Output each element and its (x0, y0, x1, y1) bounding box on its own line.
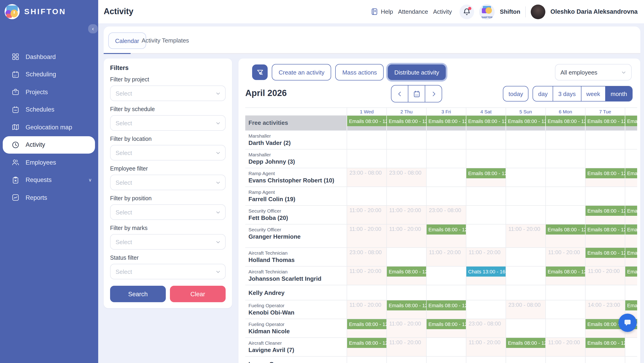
calendar-cell[interactable]: Emails 08:00 - 12:00 (347, 338, 386, 356)
calendar-cell[interactable] (426, 338, 466, 356)
calendar-cell[interactable] (386, 131, 426, 149)
filter-select-5[interactable]: Select (110, 234, 226, 250)
user-avatar[interactable] (531, 4, 545, 19)
calendar-cell[interactable] (545, 131, 585, 149)
prev-period-button[interactable] (392, 86, 408, 102)
calendar-cell[interactable]: Emails 08:00 - 12:00 (585, 206, 625, 224)
calendar-cell[interactable] (386, 150, 426, 168)
activity-chip[interactable]: Emails 08:00 - 12:00 (466, 116, 506, 126)
view-week[interactable]: week (581, 86, 605, 101)
employee-name-cell[interactable]: Aircraft TechnicianHolland Thomas (245, 248, 347, 266)
calendar-cell[interactable]: Emails 08:00 - 12:00 (386, 266, 426, 285)
calendar-cell[interactable] (625, 187, 637, 205)
calendar-cell[interactable]: Chats 13:00 - 16:00 (466, 266, 506, 285)
activity-chip[interactable]: Emails 08:00 - 12:00 (506, 338, 545, 348)
calendar-cell[interactable] (466, 224, 506, 247)
calendar-cell[interactable] (466, 150, 506, 168)
sidebar-item-reports[interactable]: Reports (0, 189, 98, 206)
filter-select-6[interactable]: Select (110, 264, 226, 279)
employee-name-cell[interactable]: Ramp AgentFarrell Colin (19) (245, 187, 347, 205)
activity-chip[interactable]: Emails 08:00 - 12:00 (625, 168, 637, 178)
sidebar-item-activity[interactable]: Activity (3, 136, 95, 154)
date-picker-button[interactable] (408, 86, 425, 102)
calendar-cell[interactable]: 11:00 - 20:00 (545, 338, 585, 356)
employee-name-cell[interactable]: Aircraft TechnicianJohansson Scarlett In… (245, 266, 347, 285)
calendar-cell[interactable] (426, 356, 466, 363)
activity-chip[interactable]: Emails 08:00 - 12:00 (625, 266, 637, 277)
activity-chip[interactable]: Emails 08:00 - 12:00 (625, 224, 637, 234)
calendar-cell[interactable]: Emails 08:00 - 12:00 (585, 224, 625, 247)
calendar-cell[interactable] (506, 187, 545, 205)
workspace-name[interactable]: Shifton (500, 8, 520, 15)
view-day[interactable]: day (533, 86, 553, 101)
calendar-cell[interactable] (506, 206, 545, 224)
calendar-cell[interactable] (426, 285, 466, 300)
employee-name-cell[interactable]: MarshallerDepp Johnny (3) (245, 150, 347, 168)
calendar-cell[interactable]: Emails 08:00 - 12:00 (585, 248, 625, 266)
employee-name-cell[interactable]: Leman Gary (245, 356, 347, 363)
calendar-cell[interactable] (545, 356, 585, 363)
calendar-cell[interactable]: Emails 08:00 - 12:00 (426, 319, 466, 337)
calendar-cell[interactable] (585, 131, 625, 149)
calendar-cell[interactable] (347, 150, 386, 168)
activity-chip[interactable]: Emails 08:00 - 12:00 (586, 168, 625, 178)
create-activity-button[interactable]: Create an activity (272, 64, 331, 81)
attendance-link[interactable]: Attendance (398, 8, 428, 15)
calendar-cell[interactable] (506, 131, 545, 149)
calendar-cell[interactable]: 11:00 - 20:00 (545, 248, 585, 266)
calendar-cell[interactable] (545, 168, 585, 187)
calendar-cell[interactable] (585, 187, 625, 205)
sidebar-item-dashboard[interactable]: Dashboard (0, 48, 98, 66)
calendar-cell[interactable]: 23:00 - 08:00 (466, 319, 506, 337)
workspace-avatar[interactable]: SHIFTON (479, 4, 495, 20)
notifications-button[interactable] (460, 4, 474, 19)
calendar-cell[interactable] (386, 248, 426, 266)
activity-chip[interactable]: Emails 08:00 - 12:00 (506, 116, 545, 126)
calendar-cell[interactable]: Emails 08:00 - 12:00 (466, 168, 506, 187)
calendar-cell[interactable]: Emails 08:00 - 12:00 (426, 300, 466, 319)
calendar-cell[interactable]: 23:00 - 08:00 (386, 168, 426, 187)
employee-name-cell[interactable]: Free activities (245, 116, 347, 130)
calendar-cell[interactable] (506, 319, 545, 337)
filter-select-3[interactable]: Select (110, 175, 226, 190)
calendar-cell[interactable]: 11:00 - 20:00 (386, 319, 426, 337)
calendar-cell[interactable]: Emails 08:00 - 12:00 (585, 168, 625, 187)
activity-chip[interactable]: Emails 08:00 - 12:00 (347, 338, 386, 348)
distribute-activity-button[interactable]: Distribute activity (388, 65, 446, 80)
activity-chip[interactable]: Emails 08:00 - 12:00 (387, 300, 426, 310)
calendar-cell[interactable] (386, 356, 426, 363)
calendar-cell[interactable] (585, 356, 625, 363)
calendar-cell[interactable]: 11:00 - 20:00 (347, 224, 386, 247)
calendar-cell[interactable]: 11:00 - 20:00 (386, 338, 426, 356)
calendar-cell[interactable] (625, 285, 637, 300)
employee-name-cell[interactable]: Aircraft CleanerLavigne Avril (7) (245, 338, 347, 356)
activity-chip[interactable]: Emails 08:00 - 12:00 (625, 116, 637, 126)
activity-chip[interactable]: Emails 08:00 - 12:00 (625, 206, 637, 216)
calendar-cell[interactable] (386, 187, 426, 205)
calendar-cell[interactable]: Emails 08:00 - 12:00 (625, 116, 637, 130)
calendar-cell[interactable] (625, 338, 637, 356)
calendar-cell[interactable]: Emails 08:00 - 12:00 (625, 168, 637, 187)
calendar-cell[interactable]: 23:00 - 08:00 (347, 248, 386, 266)
activity-chip[interactable]: Emails 08:00 - 12:00 (347, 319, 386, 329)
activity-chip[interactable]: Emails 08:00 - 12:00 (466, 168, 506, 178)
activity-chip[interactable]: Emails 08:00 - 12:00 (586, 248, 625, 258)
filter-select-0[interactable]: Select (110, 86, 226, 101)
calendar-cell[interactable] (625, 131, 637, 149)
calendar-cell[interactable]: 23:00 - 08:00 (347, 168, 386, 187)
activity-chip[interactable]: Emails 08:00 - 12:00 (586, 338, 625, 348)
calendar-cell[interactable] (347, 285, 386, 300)
clear-button[interactable]: Clear (170, 286, 226, 302)
calendar-cell[interactable]: Emails 08:00 - 12:00 (386, 300, 426, 319)
user-name[interactable]: Oleshko Daria Aleksandrovna (550, 8, 638, 15)
calendar-cell[interactable]: 11:00 - 20:00 (386, 224, 426, 247)
calendar-cell[interactable]: 11:00 - 20:00 (466, 248, 506, 266)
calendar-cell[interactable]: 11:00 - 20:00 (466, 338, 506, 356)
calendar-cell[interactable] (545, 187, 585, 205)
tab-activity-templates[interactable]: Activity Templates (137, 33, 194, 48)
calendar-cell[interactable]: 11:00 - 20:00 (347, 266, 386, 285)
employee-name-cell[interactable]: MarshallerDarth Vader (2) (245, 131, 347, 149)
calendar-cell[interactable]: Emails 08:00 - 12:00 (506, 116, 545, 130)
activity-chip[interactable]: Emails 08:00 - 12:00 (625, 300, 637, 310)
sidebar-item-geolocation-map[interactable]: Geolocation map (0, 118, 98, 136)
